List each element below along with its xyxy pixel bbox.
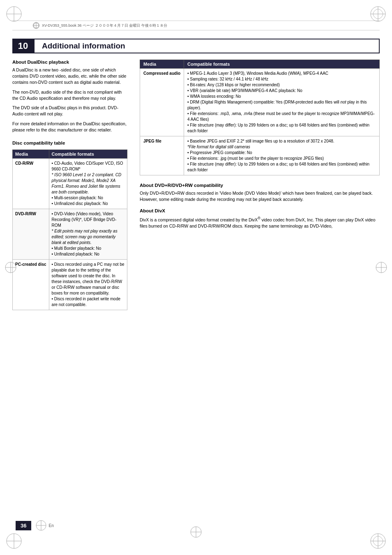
media-cdrw: CD-R/RW xyxy=(13,158,49,209)
table-row: DVD-R/RW • DVD-Video (Video mode), Video… xyxy=(13,209,127,259)
table-header-media: Media xyxy=(13,150,49,158)
dualdisc-para-4: For more detailed information on the Dua… xyxy=(12,121,127,133)
table-row: JPEG file • Baseline JPEG and EXIF 2.2* … xyxy=(140,136,380,175)
table-header-formats: Compatible formats xyxy=(49,150,127,158)
right-column: Media Compatible formats Compressed audi… xyxy=(140,60,380,310)
left-column: About DualDisc playback A DualDisc is a … xyxy=(12,60,127,310)
dvd-section-title: About DVD+R/DVD+RW compatibility xyxy=(140,183,380,188)
dualdisc-para-3: The DVD side of a DualDisc plays in this… xyxy=(12,105,127,117)
corner-mark-bl xyxy=(5,532,23,550)
bottom-center-reg-mark xyxy=(189,525,203,539)
header-file-info: XV-DV353_555.book 36 ページ ２０００年４月７日 金曜日 午… xyxy=(42,23,167,28)
formats-pc-disc: • Discs recorded using a PC may not be p… xyxy=(49,259,127,310)
formats-compressed-audio: • MPEG-1 Audio Layer 3 (MP3), Windows Me… xyxy=(184,69,380,136)
right-table-header-formats: Compatible formats xyxy=(184,60,380,69)
svg-point-18 xyxy=(191,527,201,537)
dualdisc-para-2: The non-DVD, audio side of the disc is n… xyxy=(12,89,127,101)
formats-dvdrw: • DVD-Video (Video mode), Video Recordin… xyxy=(49,209,127,259)
media-dvdrw: DVD-R/RW xyxy=(13,209,49,259)
page-number: 36 xyxy=(16,521,31,530)
table-row: PC-created disc • Discs recorded using a… xyxy=(13,259,127,310)
disc-compat-table: Media Compatible formats CD-R/RW • CD-Au… xyxy=(12,150,127,310)
about-dualdisc-title: About DualDisc playback xyxy=(12,60,127,64)
dvd-section-body: Only DVD+R/DVD+RW discs recorded in 'Vid… xyxy=(140,190,380,203)
disc-compat-title: Disc compatibility table xyxy=(12,140,127,145)
chapter-header: 10 Additional information xyxy=(12,39,380,53)
media-jpeg: JPEG file xyxy=(140,136,184,175)
svg-point-0 xyxy=(7,7,21,21)
table-row: CD-R/RW • CD-Audio, Video CD/Super VCD, … xyxy=(13,158,127,209)
divx-section-body: DivX is a compressed digital video forma… xyxy=(140,216,380,229)
svg-point-3 xyxy=(371,7,385,21)
right-table-header-media: Media xyxy=(140,60,184,69)
formats-cdrw: • CD-Audio, Video CD/Super VCD, ISO 9660… xyxy=(49,158,127,209)
right-compat-table: Media Compatible formats Compressed audi… xyxy=(140,60,380,175)
divx-section: About DivX DivX is a compressed digital … xyxy=(140,208,380,229)
header-crosshair-icon xyxy=(33,22,39,29)
page-lang: En xyxy=(48,523,53,528)
dvd-section: About DVD+R/DVD+RW compatibility Only DV… xyxy=(140,183,380,203)
dualdisc-para-1: A DualDisc is a new two -sided disc, one… xyxy=(12,67,127,86)
svg-point-6 xyxy=(7,534,21,548)
formats-jpeg: • Baseline JPEG and EXIF 2.2* still imag… xyxy=(184,136,380,175)
page-number-area: 36 En xyxy=(16,520,54,531)
content-area: About DualDisc playback A DualDisc is a … xyxy=(12,60,380,310)
header-strip: XV-DV353_555.book 36 ページ ２０００年４月７日 金曜日 午… xyxy=(12,21,380,30)
chapter-title: Additional information xyxy=(34,39,380,53)
page-reg-mark-icon xyxy=(35,520,47,531)
media-pc-disc: PC-created disc xyxy=(13,259,49,310)
svg-point-9 xyxy=(371,534,385,548)
media-compressed-audio: Compressed audio xyxy=(140,69,184,136)
corner-mark-br xyxy=(369,532,387,550)
table-row: Compressed audio • MPEG-1 Audio Layer 3 … xyxy=(140,69,380,136)
divx-section-title: About DivX xyxy=(140,208,380,213)
chapter-number: 10 xyxy=(12,39,34,53)
